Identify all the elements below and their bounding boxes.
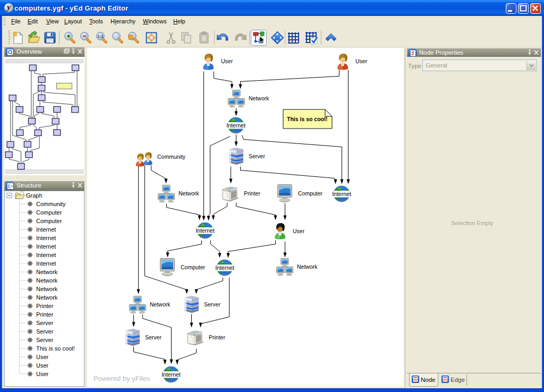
svg-text:Server: Server bbox=[36, 320, 54, 326]
svg-text:Internet: Internet bbox=[196, 227, 215, 234]
svg-text:User: User bbox=[36, 371, 49, 377]
svg-text:Server: Server bbox=[249, 153, 265, 159]
svg-text:Internet: Internet bbox=[215, 265, 234, 271]
svg-text:Server: Server bbox=[204, 301, 220, 308]
svg-text:Network: Network bbox=[36, 269, 58, 275]
svg-text:Printer: Printer bbox=[36, 311, 54, 318]
svg-text:Internet: Internet bbox=[36, 243, 56, 250]
svg-text:Computer: Computer bbox=[36, 209, 62, 216]
svg-text:User: User bbox=[36, 362, 49, 369]
svg-text:Internet: Internet bbox=[226, 122, 245, 129]
svg-text:Internet: Internet bbox=[36, 226, 56, 233]
svg-text:Graph: Graph bbox=[26, 192, 42, 199]
svg-text:Network: Network bbox=[249, 95, 269, 101]
svg-text:Printer: Printer bbox=[36, 303, 54, 309]
svg-text:Internet: Internet bbox=[36, 235, 56, 241]
svg-text:Network: Network bbox=[36, 294, 58, 301]
svg-text:Server: Server bbox=[36, 337, 54, 343]
svg-text:Computer: Computer bbox=[298, 190, 323, 197]
svg-text:Powered by yFiles: Powered by yFiles bbox=[94, 374, 150, 382]
svg-text:This is so cool!: This is so cool! bbox=[36, 345, 75, 352]
svg-text:Computer: Computer bbox=[181, 264, 206, 270]
svg-text:Server: Server bbox=[36, 328, 54, 335]
svg-text:Community: Community bbox=[36, 201, 66, 207]
svg-text:User: User bbox=[221, 58, 233, 64]
svg-text:Network: Network bbox=[150, 301, 171, 308]
svg-text:Internet: Internet bbox=[36, 260, 56, 267]
svg-text:Computer: Computer bbox=[36, 218, 62, 224]
svg-text:Network: Network bbox=[297, 263, 318, 270]
svg-text:Network: Network bbox=[178, 190, 199, 197]
svg-text:Printer: Printer bbox=[209, 334, 225, 340]
svg-text:Internet: Internet bbox=[162, 371, 181, 378]
svg-text:Internet: Internet bbox=[36, 252, 56, 258]
svg-text:1:1: 1:1 bbox=[98, 34, 104, 39]
svg-text:User: User bbox=[355, 58, 368, 64]
svg-text:Network: Network bbox=[36, 277, 58, 284]
svg-text:Server: Server bbox=[145, 334, 162, 340]
svg-text:Internet: Internet bbox=[332, 191, 351, 197]
svg-text:User: User bbox=[36, 354, 49, 360]
svg-text:This is so cool!: This is so cool! bbox=[287, 116, 327, 122]
svg-text:User: User bbox=[293, 228, 305, 234]
svg-text:Network: Network bbox=[36, 286, 58, 292]
svg-text:Community: Community bbox=[157, 154, 186, 160]
svg-text:Printer: Printer bbox=[244, 190, 260, 197]
